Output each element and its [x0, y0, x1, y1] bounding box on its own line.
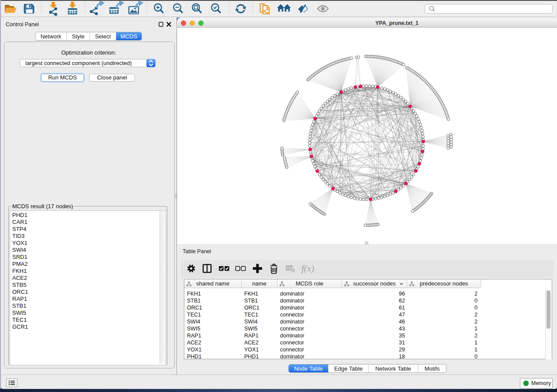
svg-text:f(x): f(x): [301, 263, 314, 274]
